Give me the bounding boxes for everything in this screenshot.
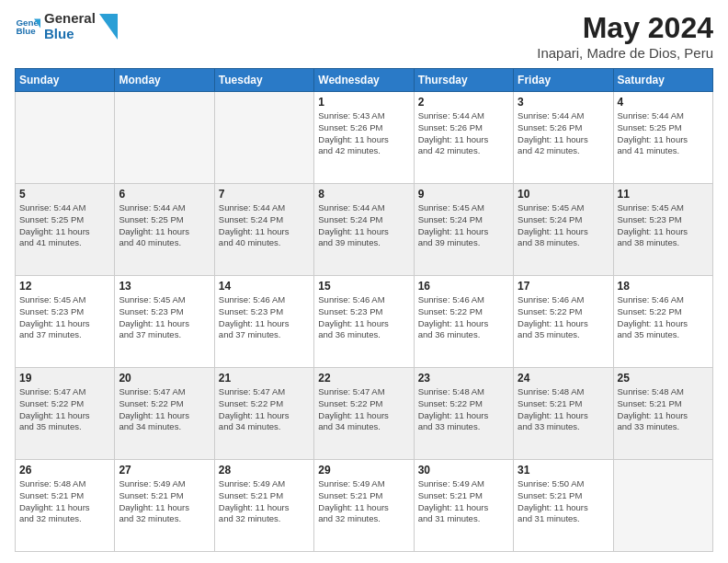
day-number: 8: [318, 188, 409, 201]
table-cell: 10Sunrise: 5:45 AM Sunset: 5:24 PM Dayli…: [514, 184, 613, 276]
day-info: Sunrise: 5:44 AM Sunset: 5:26 PM Dayligh…: [418, 110, 509, 157]
day-number: 30: [418, 464, 509, 477]
day-info: Sunrise: 5:45 AM Sunset: 5:23 PM Dayligh…: [119, 294, 210, 341]
day-number: 18: [618, 280, 709, 293]
table-cell: 15Sunrise: 5:46 AM Sunset: 5:23 PM Dayli…: [314, 276, 414, 368]
week-row-1: 5Sunrise: 5:44 AM Sunset: 5:25 PM Daylig…: [16, 184, 713, 276]
table-cell: 28Sunrise: 5:49 AM Sunset: 5:21 PM Dayli…: [214, 460, 313, 552]
day-number: 2: [418, 96, 509, 109]
table-cell: 17Sunrise: 5:46 AM Sunset: 5:22 PM Dayli…: [514, 276, 613, 368]
day-info: Sunrise: 5:44 AM Sunset: 5:24 PM Dayligh…: [318, 202, 409, 249]
day-number: 17: [518, 280, 609, 293]
day-info: Sunrise: 5:43 AM Sunset: 5:26 PM Dayligh…: [318, 110, 409, 157]
table-cell: [214, 92, 313, 184]
main-title: May 2024: [537, 11, 713, 45]
day-number: 13: [119, 280, 210, 293]
table-cell: 8Sunrise: 5:44 AM Sunset: 5:24 PM Daylig…: [314, 184, 414, 276]
title-block: May 2024 Inapari, Madre de Dios, Peru: [537, 11, 713, 61]
table-cell: 30Sunrise: 5:49 AM Sunset: 5:21 PM Dayli…: [414, 460, 513, 552]
day-number: 29: [318, 464, 409, 477]
day-info: Sunrise: 5:50 AM Sunset: 5:21 PM Dayligh…: [518, 478, 609, 525]
day-number: 31: [518, 464, 609, 477]
table-cell: 31Sunrise: 5:50 AM Sunset: 5:21 PM Dayli…: [514, 460, 613, 552]
day-number: 24: [518, 372, 609, 385]
table-cell: [16, 92, 115, 184]
day-info: Sunrise: 5:48 AM Sunset: 5:21 PM Dayligh…: [518, 386, 609, 433]
table-cell: 27Sunrise: 5:49 AM Sunset: 5:21 PM Dayli…: [115, 460, 214, 552]
day-info: Sunrise: 5:47 AM Sunset: 5:22 PM Dayligh…: [119, 386, 210, 433]
col-tuesday: Tuesday: [214, 69, 313, 92]
day-info: Sunrise: 5:49 AM Sunset: 5:21 PM Dayligh…: [219, 478, 310, 525]
col-thursday: Thursday: [414, 69, 513, 92]
col-saturday: Saturday: [613, 69, 712, 92]
table-cell: 16Sunrise: 5:46 AM Sunset: 5:22 PM Dayli…: [414, 276, 513, 368]
col-sunday: Sunday: [16, 69, 115, 92]
table-cell: 23Sunrise: 5:48 AM Sunset: 5:22 PM Dayli…: [414, 368, 513, 460]
day-number: 6: [119, 188, 210, 201]
day-info: Sunrise: 5:44 AM Sunset: 5:25 PM Dayligh…: [119, 202, 210, 249]
day-info: Sunrise: 5:46 AM Sunset: 5:22 PM Dayligh…: [618, 294, 709, 341]
day-info: Sunrise: 5:44 AM Sunset: 5:25 PM Dayligh…: [19, 202, 110, 249]
col-wednesday: Wednesday: [314, 69, 414, 92]
day-number: 14: [219, 280, 310, 293]
table-cell: 29Sunrise: 5:49 AM Sunset: 5:21 PM Dayli…: [314, 460, 414, 552]
day-info: Sunrise: 5:46 AM Sunset: 5:22 PM Dayligh…: [518, 294, 609, 341]
logo-icon: General Blue: [15, 14, 40, 40]
day-info: Sunrise: 5:48 AM Sunset: 5:21 PM Dayligh…: [618, 386, 709, 433]
week-row-2: 12Sunrise: 5:45 AM Sunset: 5:23 PM Dayli…: [16, 276, 713, 368]
table-cell: 18Sunrise: 5:46 AM Sunset: 5:22 PM Dayli…: [613, 276, 712, 368]
week-row-4: 26Sunrise: 5:48 AM Sunset: 5:21 PM Dayli…: [16, 460, 713, 552]
day-info: Sunrise: 5:46 AM Sunset: 5:22 PM Dayligh…: [418, 294, 509, 341]
day-info: Sunrise: 5:48 AM Sunset: 5:22 PM Dayligh…: [418, 386, 509, 433]
logo-text-blue: Blue: [44, 27, 96, 42]
calendar-header-row: Sunday Monday Tuesday Wednesday Thursday…: [16, 69, 713, 92]
week-row-3: 19Sunrise: 5:47 AM Sunset: 5:22 PM Dayli…: [16, 368, 713, 460]
day-number: 9: [418, 188, 509, 201]
table-cell: 7Sunrise: 5:44 AM Sunset: 5:24 PM Daylig…: [214, 184, 313, 276]
table-cell: 9Sunrise: 5:45 AM Sunset: 5:24 PM Daylig…: [414, 184, 513, 276]
day-info: Sunrise: 5:44 AM Sunset: 5:25 PM Dayligh…: [618, 110, 709, 157]
table-cell: 11Sunrise: 5:45 AM Sunset: 5:23 PM Dayli…: [613, 184, 712, 276]
logo-triangle-icon: [99, 14, 118, 40]
table-cell: 3Sunrise: 5:44 AM Sunset: 5:26 PM Daylig…: [514, 92, 613, 184]
day-number: 26: [19, 464, 110, 477]
day-number: 20: [119, 372, 210, 385]
day-number: 10: [518, 188, 609, 201]
day-number: 27: [119, 464, 210, 477]
day-info: Sunrise: 5:47 AM Sunset: 5:22 PM Dayligh…: [219, 386, 310, 433]
col-friday: Friday: [514, 69, 613, 92]
day-number: 1: [318, 96, 409, 109]
table-cell: 5Sunrise: 5:44 AM Sunset: 5:25 PM Daylig…: [16, 184, 115, 276]
table-cell: [115, 92, 214, 184]
day-info: Sunrise: 5:49 AM Sunset: 5:21 PM Dayligh…: [418, 478, 509, 525]
logo-text-general: General: [44, 11, 96, 27]
header: General Blue General Blue May 2024 Inapa…: [15, 11, 713, 61]
day-number: 23: [418, 372, 509, 385]
table-cell: 22Sunrise: 5:47 AM Sunset: 5:22 PM Dayli…: [314, 368, 414, 460]
week-row-0: 1Sunrise: 5:43 AM Sunset: 5:26 PM Daylig…: [16, 92, 713, 184]
day-info: Sunrise: 5:45 AM Sunset: 5:24 PM Dayligh…: [518, 202, 609, 249]
table-cell: 13Sunrise: 5:45 AM Sunset: 5:23 PM Dayli…: [115, 276, 214, 368]
day-number: 12: [19, 280, 110, 293]
day-number: 4: [618, 96, 709, 109]
day-number: 19: [19, 372, 110, 385]
day-info: Sunrise: 5:47 AM Sunset: 5:22 PM Dayligh…: [19, 386, 110, 433]
day-info: Sunrise: 5:46 AM Sunset: 5:23 PM Dayligh…: [219, 294, 310, 341]
day-number: 25: [618, 372, 709, 385]
table-cell: 1Sunrise: 5:43 AM Sunset: 5:26 PM Daylig…: [314, 92, 414, 184]
subtitle: Inapari, Madre de Dios, Peru: [537, 45, 713, 61]
col-monday: Monday: [115, 69, 214, 92]
table-cell: 4Sunrise: 5:44 AM Sunset: 5:25 PM Daylig…: [613, 92, 712, 184]
svg-text:Blue: Blue: [16, 26, 36, 36]
day-info: Sunrise: 5:48 AM Sunset: 5:21 PM Dayligh…: [19, 478, 110, 525]
table-cell: 24Sunrise: 5:48 AM Sunset: 5:21 PM Dayli…: [514, 368, 613, 460]
day-info: Sunrise: 5:49 AM Sunset: 5:21 PM Dayligh…: [119, 478, 210, 525]
day-number: 28: [219, 464, 310, 477]
day-info: Sunrise: 5:45 AM Sunset: 5:23 PM Dayligh…: [19, 294, 110, 341]
day-info: Sunrise: 5:49 AM Sunset: 5:21 PM Dayligh…: [318, 478, 409, 525]
day-number: 5: [19, 188, 110, 201]
table-cell: 14Sunrise: 5:46 AM Sunset: 5:23 PM Dayli…: [214, 276, 313, 368]
day-number: 7: [219, 188, 310, 201]
table-cell: 26Sunrise: 5:48 AM Sunset: 5:21 PM Dayli…: [16, 460, 115, 552]
svg-marker-3: [99, 14, 118, 40]
